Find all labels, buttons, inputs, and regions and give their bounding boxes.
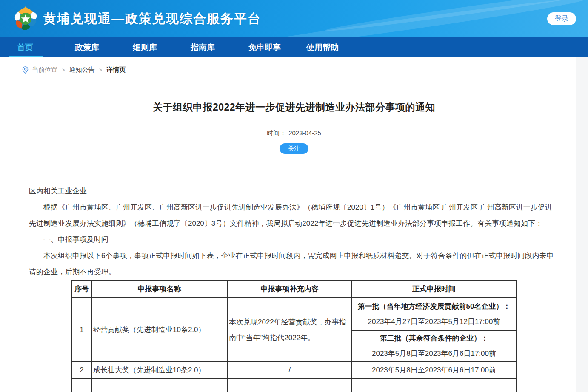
header-supplementary: 申报事项补充内容 (227, 281, 352, 298)
row1-index: 1 (72, 298, 91, 362)
breadcrumb-separator: > (62, 67, 65, 73)
batch2-label: 第二批（其余符合条件的企业）： (354, 331, 514, 346)
row1-batch1-cell: 第一批（当年地方经济发展贡献前50名企业）： 2023年4月27日至2023年5… (352, 298, 516, 330)
row3-supplementary (227, 379, 352, 392)
breadcrumb-section-link[interactable]: 通知公告 (69, 66, 95, 74)
nav-item-policy-library[interactable]: 政策库 (66, 37, 123, 57)
header-item-name: 申报事项名称 (91, 281, 227, 298)
row3-index (72, 379, 91, 392)
row2-item-name: 成长壮大奖（先进制造业10条2.0） (91, 362, 227, 379)
section-1-heading: 一、申报事项及时间 (29, 232, 559, 248)
vertical-scrollbar[interactable] (576, 57, 588, 392)
table-row (72, 379, 516, 392)
nav-item-home[interactable]: 首页 (8, 37, 66, 57)
article-title: 关于组织申报2022年进一步促进先进制造业办法部分事项的通知 (0, 101, 588, 114)
nav-item-guide-library[interactable]: 指南库 (181, 37, 239, 57)
salutation: 区内相关工业企业： (29, 183, 559, 199)
application-schedule-table: 序号 申报事项名称 申报事项补充内容 正式申报时间 1 经营贡献奖（先进制造业1… (71, 280, 517, 392)
table-row: 2 成长壮大奖（先进制造业10条2.0） / 2023年5月8日至2023年6月… (72, 362, 516, 379)
time-label: 时间： (267, 129, 286, 136)
batch2-time: 2023年5月8日至2023年6月6日17:00前 (354, 346, 514, 361)
table-row: 1 经营贡献奖（先进制造业10条2.0） 本次兑现2022年经营贡献奖，办事指南… (72, 298, 516, 330)
article-body: 区内相关工业企业： 根据《广州市黄埔区、广州开发区、广州高新区进一步促进先进制造… (29, 183, 559, 392)
row2-index: 2 (72, 362, 91, 379)
location-pin-icon (22, 66, 29, 74)
publish-date: 2023-04-25 (288, 129, 321, 136)
row3-time (352, 379, 516, 392)
breadcrumb-current-page: 详情页 (106, 66, 126, 74)
paragraph-1: 根据《广州市黄埔区、广州开发区、广州高新区进一步促进先进制造业发展办法》（穗埔府… (29, 199, 559, 232)
site-title: 黄埔兑现通—政策兑现综合服务平台 (43, 10, 261, 28)
main-nav: 首页 政策库 细则库 指南库 免申即享 使用帮助 (0, 37, 588, 57)
row1-item-name: 经营贡献奖（先进制造业10条2.0） (91, 298, 227, 362)
batch1-time: 2023年4月27日至2023年5月12日17:00前 (354, 314, 514, 330)
header-official-time: 正式申报时间 (352, 281, 516, 298)
row2-time: 2023年5月8日至2023年6月6日17:00前 (352, 362, 516, 379)
breadcrumb-location-label: 当前位置 (32, 66, 57, 74)
row1-supplementary: 本次兑现2022年经营贡献奖，办事指南中“当年”均指代2022年。 (227, 298, 352, 362)
breadcrumb-separator: > (99, 67, 103, 73)
nav-item-rules-library[interactable]: 细则库 (123, 37, 181, 57)
row3-item-name (91, 379, 227, 392)
table-header-row: 序号 申报事项名称 申报事项补充内容 正式申报时间 (72, 281, 516, 298)
brand: 黄埔兑现通—政策兑现综合服务平台 (13, 6, 261, 32)
header-divider (22, 162, 566, 162)
site-logo-icon (13, 6, 38, 32)
paragraph-2: 本次组织申报以下6个事项，事项正式申报时间如下表，企业在正式申报时间段内，需完成… (29, 248, 559, 280)
header-index: 序号 (72, 281, 91, 298)
site-header: 黄埔兑现通—政策兑现综合服务平台 登录 (0, 0, 588, 37)
row1-batch2-cell: 第二批（其余符合条件的企业）： 2023年5月8日至2023年6月6日17:00… (352, 330, 516, 362)
article-meta: 时间：2023-04-25 (0, 129, 588, 137)
breadcrumb: 当前位置 > 通知公告 > 详情页 (22, 65, 588, 74)
nav-item-help[interactable]: 使用帮助 (297, 37, 355, 57)
batch1-label: 第一批（当年地方经济发展贡献前50名企业）： (354, 299, 514, 314)
follow-button[interactable]: 关注 (280, 143, 308, 154)
content-area: 当前位置 > 通知公告 > 详情页 关于组织申报2022年进一步促进先进制造业办… (0, 65, 588, 392)
nav-item-no-apply-enjoy[interactable]: 免申即享 (239, 37, 297, 57)
login-button[interactable]: 登录 (547, 12, 576, 25)
row2-supplementary: / (227, 362, 352, 379)
